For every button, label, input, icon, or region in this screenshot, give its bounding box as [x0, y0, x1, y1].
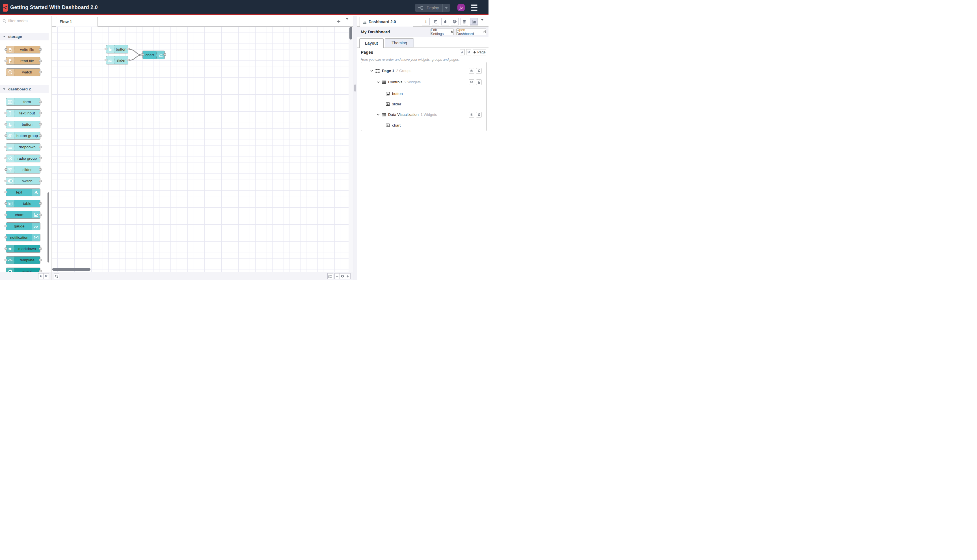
palette-node-switch[interactable]: switch [6, 177, 40, 185]
expand-all-pages-button[interactable] [466, 49, 471, 55]
palette-node-gauge[interactable]: gauge [6, 222, 40, 230]
palette-node-read-file[interactable]: read file [6, 57, 40, 65]
output-port[interactable] [39, 202, 42, 205]
input-port[interactable] [5, 60, 7, 62]
tree-row-controls[interactable]: Controls 2 Widgets [361, 78, 486, 86]
sidebar-resizer[interactable] [353, 16, 357, 280]
output-port[interactable] [164, 53, 166, 56]
output-port[interactable] [39, 101, 42, 103]
visibility-button[interactable] [469, 68, 474, 74]
output-port[interactable] [39, 168, 42, 171]
input-port[interactable] [5, 236, 7, 238]
input-port[interactable] [5, 248, 7, 250]
zoom-reset-button[interactable] [340, 273, 345, 279]
lock-button[interactable] [476, 68, 482, 74]
deploy-button[interactable]: Deploy [415, 4, 450, 12]
palette-node-button-group[interactable]: button group [6, 132, 40, 140]
lock-button[interactable] [476, 112, 482, 118]
menu-icon[interactable] [471, 5, 478, 11]
wire-slider-chart[interactable] [129, 55, 142, 60]
info-button[interactable]: i [422, 18, 430, 25]
collapse-all-button[interactable] [38, 273, 43, 279]
sidebar-options-button[interactable] [481, 21, 484, 26]
palette-node-button[interactable]: button [6, 121, 40, 128]
palette-node-text-input[interactable]: text input [6, 109, 40, 117]
flow-node-chart[interactable]: chart [142, 50, 165, 59]
palette-scrollbar[interactable] [47, 192, 49, 262]
visibility-button[interactable] [469, 112, 474, 118]
tab-layout[interactable]: Layout [359, 38, 384, 48]
wire-button-chart[interactable] [129, 50, 142, 55]
navigator-map-button[interactable] [327, 273, 333, 279]
add-flow-button[interactable] [335, 18, 342, 25]
output-port[interactable] [39, 60, 42, 62]
input-port[interactable] [105, 48, 107, 50]
palette-node-dropdown[interactable]: dropdown [6, 143, 40, 151]
output-port[interactable] [39, 213, 42, 216]
input-port[interactable] [5, 112, 7, 114]
input-port[interactable] [5, 48, 7, 50]
output-port[interactable] [39, 146, 42, 148]
palette-node-watch[interactable]: watch [6, 68, 40, 76]
tree-row-page-1[interactable]: Page 1 2 Groups [361, 66, 486, 76]
palette-node-text[interactable]: A text [6, 188, 40, 196]
dashboard-sidebar-button[interactable] [470, 18, 478, 25]
output-port[interactable] [39, 180, 42, 182]
palette-node-slider[interactable]: slider [6, 166, 40, 173]
config-nodes-button[interactable] [451, 18, 459, 25]
zoom-out-button[interactable] [334, 273, 340, 279]
input-port[interactable] [5, 123, 7, 125]
input-port[interactable] [5, 202, 7, 205]
tree-row-data-visualization[interactable]: Data Visualization 1 Widgets [361, 111, 486, 118]
input-port[interactable] [5, 213, 7, 216]
tab-flow-1[interactable]: Flow 1 [56, 17, 98, 27]
flow-canvas[interactable]: button slider chart [52, 27, 349, 272]
output-port[interactable] [39, 48, 42, 50]
input-port[interactable] [5, 225, 7, 227]
output-port[interactable] [127, 59, 130, 61]
input-port[interactable] [5, 191, 7, 193]
output-port[interactable] [39, 157, 42, 159]
expand-all-button[interactable] [43, 273, 49, 279]
palette-category-dashboard2[interactable]: dashboard 2 [0, 85, 48, 93]
edit-settings-button[interactable]: Edit Settings [431, 28, 454, 35]
input-port[interactable] [105, 59, 107, 61]
palette-scroll-area[interactable]: storage write file read file watch [0, 26, 51, 272]
deploy-options-button[interactable] [443, 4, 450, 12]
palette-node-event[interactable]: event [6, 268, 40, 272]
canvas-horizontal-scrollbar[interactable] [52, 268, 90, 271]
input-port[interactable] [5, 146, 7, 148]
resizer-scrollbar[interactable] [354, 85, 356, 92]
input-port[interactable] [5, 168, 7, 171]
tab-theming[interactable]: Theming [385, 38, 414, 47]
output-port[interactable] [39, 135, 42, 137]
add-page-button[interactable]: Page [473, 49, 486, 55]
avatar[interactable]: jp [458, 4, 465, 11]
input-port[interactable] [5, 135, 7, 137]
canvas-vertical-scrollbar[interactable] [349, 27, 352, 40]
palette-node-table[interactable]: table [6, 200, 40, 207]
search-flows-button[interactable] [54, 273, 59, 279]
output-port[interactable] [127, 48, 130, 50]
input-port[interactable] [5, 259, 7, 261]
input-port[interactable] [141, 53, 144, 56]
flow-node-slider[interactable]: slider [106, 56, 129, 64]
open-dashboard-button[interactable]: Open Dashboard [456, 28, 486, 35]
palette-node-template[interactable]: </> template [6, 256, 40, 264]
input-port[interactable] [5, 157, 7, 159]
help-button[interactable] [432, 18, 439, 25]
tree-row-widget-chart[interactable]: chart [361, 122, 486, 129]
tree-row-widget-button[interactable]: button [361, 90, 486, 97]
palette-node-write-file[interactable]: write file [6, 46, 40, 53]
input-port[interactable] [5, 180, 7, 182]
palette-node-markdown[interactable]: markdown [6, 245, 40, 253]
context-data-button[interactable] [461, 18, 468, 25]
tree-row-widget-slider[interactable]: slider [361, 101, 486, 108]
output-port[interactable] [39, 123, 42, 125]
debug-button[interactable] [441, 18, 449, 25]
zoom-in-button[interactable] [345, 273, 351, 279]
palette-search[interactable]: filter nodes [0, 16, 51, 26]
palette-category-storage[interactable]: storage [0, 33, 48, 40]
visibility-button[interactable] [469, 79, 474, 85]
tab-dashboard-2[interactable]: Dashboard 2.0 [359, 17, 413, 27]
